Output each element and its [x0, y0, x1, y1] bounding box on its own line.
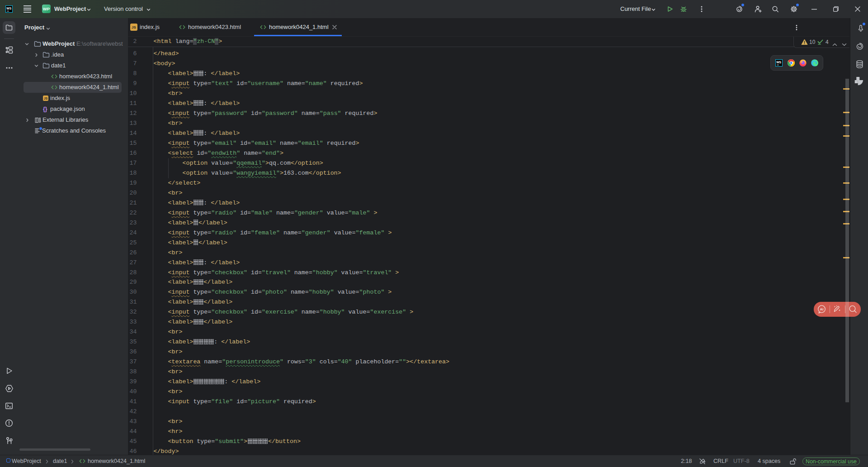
svg-text:AI: AI [820, 307, 824, 311]
